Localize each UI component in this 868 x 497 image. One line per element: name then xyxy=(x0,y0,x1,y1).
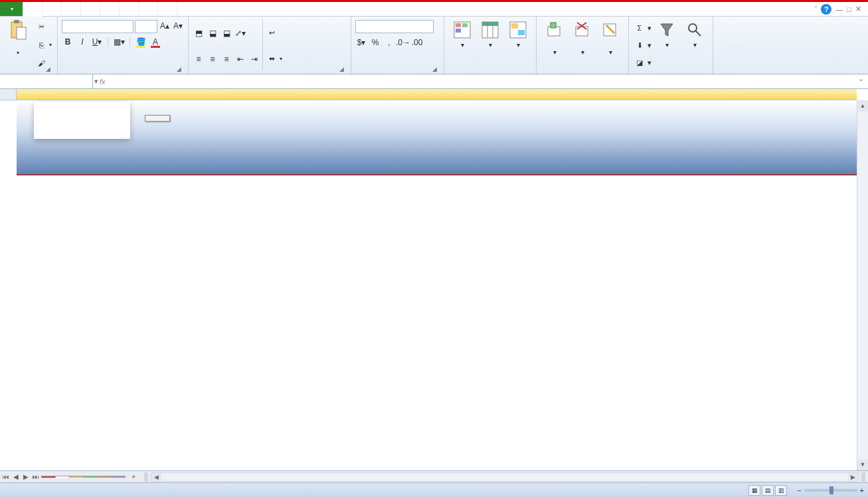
conditional-formatting-button[interactable]: ▾ xyxy=(448,18,476,72)
svg-rect-5 xyxy=(462,23,468,27)
font-name-input[interactable] xyxy=(62,20,133,33)
window-min-icon[interactable]: — xyxy=(835,5,843,13)
hscroll-split-handle[interactable] xyxy=(861,472,865,482)
tab-review[interactable] xyxy=(120,2,139,16)
align-right-icon[interactable]: ≡ xyxy=(220,53,232,65)
scroll-up-icon[interactable]: ▲ xyxy=(857,100,868,112)
indent-inc-icon[interactable]: ⇥ xyxy=(248,53,260,65)
tab-nav-first-icon[interactable]: ⏮ xyxy=(1,473,11,480)
align-left-icon[interactable]: ≡ xyxy=(193,53,205,65)
tab-acrobat[interactable] xyxy=(158,2,177,16)
scroll-left-icon[interactable]: ◀ xyxy=(151,473,161,481)
delete-cells-button[interactable]: ▾ xyxy=(568,18,596,72)
format-as-table-button[interactable]: ▾ xyxy=(476,18,504,72)
comma-icon[interactable]: , xyxy=(383,37,395,49)
tab-nav-prev-icon[interactable]: ◀ xyxy=(11,473,21,480)
dec-decimal-icon[interactable]: .00 xyxy=(411,37,423,49)
svg-rect-4 xyxy=(456,23,461,27)
number-format-input[interactable] xyxy=(355,20,434,33)
insert-cells-button[interactable]: ▾ xyxy=(541,18,568,72)
svg-rect-8 xyxy=(482,22,498,26)
sheet-tab-acquirer[interactable] xyxy=(55,476,70,478)
view-layout-icon[interactable]: ▤ xyxy=(762,485,774,496)
sigma-icon: Σ xyxy=(634,23,645,33)
tab-view[interactable] xyxy=(139,2,158,16)
formula-bar: ▾ fx ⌄ xyxy=(0,74,868,89)
align-bottom-icon[interactable]: ⬓ xyxy=(220,27,232,39)
tab-home[interactable] xyxy=(23,2,43,17)
alignment-dialog-launcher[interactable]: ◢ xyxy=(337,65,347,73)
svg-rect-12 xyxy=(511,23,518,29)
format-cells-button[interactable]: ▾ xyxy=(596,18,624,72)
tab-data[interactable] xyxy=(100,2,120,16)
sort-filter-button[interactable]: ▾ xyxy=(653,18,681,72)
clipboard-dialog-launcher[interactable]: ◢ xyxy=(43,65,53,73)
sheet-tab-issuer[interactable] xyxy=(69,476,84,478)
view-pagebreak-icon[interactable]: ▥ xyxy=(775,485,787,496)
align-middle-icon[interactable]: ⬓ xyxy=(207,27,218,39)
find-select-button[interactable]: ▾ xyxy=(681,18,709,72)
tab-file[interactable]: ▾ xyxy=(0,2,23,16)
paste-button[interactable]: ▾ xyxy=(4,18,32,72)
sheet-tab-validation[interactable] xyxy=(111,476,126,478)
merge-center-button[interactable]: ⬌ ▾ xyxy=(265,53,284,65)
logo xyxy=(34,102,130,139)
tab-insert[interactable] xyxy=(43,2,62,16)
sheet-tab-key[interactable] xyxy=(97,476,112,478)
zoom-slider[interactable] xyxy=(804,489,857,492)
orientation-icon[interactable]: ⤢▾ xyxy=(234,27,246,39)
vertical-scrollbar[interactable]: ▲ ▼ xyxy=(857,100,868,470)
ribbon-tabstrip: ▾ ˆ ? — □ ✕ xyxy=(0,2,868,17)
fill-down-icon: ⬇ xyxy=(634,40,645,50)
italic-button[interactable]: I xyxy=(76,36,88,48)
indent-dec-icon[interactable]: ⇤ xyxy=(234,53,246,65)
font-color-button[interactable]: A xyxy=(149,36,161,48)
tab-formulas[interactable] xyxy=(81,2,100,16)
new-sheet-icon[interactable]: ✦ xyxy=(126,473,141,480)
name-box-input[interactable] xyxy=(0,78,92,86)
font-dialog-launcher[interactable]: ◢ xyxy=(174,65,184,73)
horizontal-scrollbar[interactable]: ◀ ▶ xyxy=(151,472,859,482)
decrease-font-icon[interactable]: A▾ xyxy=(172,20,184,32)
inc-decimal-icon[interactable]: .0→ xyxy=(397,37,409,49)
number-dialog-launcher[interactable]: ◢ xyxy=(430,65,440,73)
fill-color-button[interactable]: 🪣 xyxy=(135,36,147,48)
fill-button[interactable]: ⬇ ▾ xyxy=(633,39,653,51)
svg-rect-6 xyxy=(456,29,461,33)
align-top-icon[interactable]: ⬒ xyxy=(193,27,205,39)
sheet-tab-main[interactable] xyxy=(41,476,56,478)
zoom-out-icon[interactable]: − xyxy=(797,486,801,494)
cell-styles-button[interactable]: ▾ xyxy=(504,18,532,72)
formula-expand-icon[interactable]: ⌄ xyxy=(854,74,868,88)
scroll-down-icon[interactable]: ▼ xyxy=(857,459,868,470)
align-center-icon[interactable]: ≡ xyxy=(207,53,218,65)
cut-button[interactable]: ✂ xyxy=(35,21,53,33)
zoom-in-icon[interactable]: + xyxy=(860,486,864,494)
percent-icon[interactable]: % xyxy=(369,37,381,49)
view-normal-icon[interactable]: ▦ xyxy=(748,485,760,496)
select-all-corner[interactable] xyxy=(0,89,17,100)
autosum-button[interactable]: Σ ▾ xyxy=(633,22,653,34)
scroll-right-icon[interactable]: ▶ xyxy=(848,473,858,481)
font-size-input[interactable] xyxy=(135,20,157,33)
sheet-tab-card[interactable] xyxy=(83,476,98,478)
window-close-icon[interactable]: ✕ xyxy=(855,5,861,13)
tab-pagelayout[interactable] xyxy=(62,2,81,16)
minimize-ribbon-icon[interactable]: ˆ xyxy=(815,5,818,13)
tab-nav-last-icon[interactable]: ⏭ xyxy=(31,473,41,480)
tab-nav-next-icon[interactable]: ▶ xyxy=(21,473,31,480)
tab-split-handle[interactable] xyxy=(144,472,148,482)
border-button[interactable]: ▦▾ xyxy=(113,36,125,48)
currency-icon[interactable]: $▾ xyxy=(355,37,367,49)
window-restore-icon[interactable]: □ xyxy=(847,5,851,13)
increase-font-icon[interactable]: A▴ xyxy=(159,20,171,32)
wrap-text-button[interactable]: ↩ xyxy=(265,27,284,39)
help-icon[interactable]: ? xyxy=(821,4,831,15)
clear-button[interactable]: ◪ ▾ xyxy=(633,57,653,69)
bold-button[interactable]: B xyxy=(62,36,74,48)
save-button[interactable] xyxy=(145,115,170,122)
group-cells: ▾ ▾ ▾ xyxy=(537,17,629,74)
fx-icon[interactable]: fx xyxy=(93,78,112,86)
copy-button[interactable]: ⎘ ▾ xyxy=(35,39,53,51)
underline-button[interactable]: U▾ xyxy=(91,36,103,48)
